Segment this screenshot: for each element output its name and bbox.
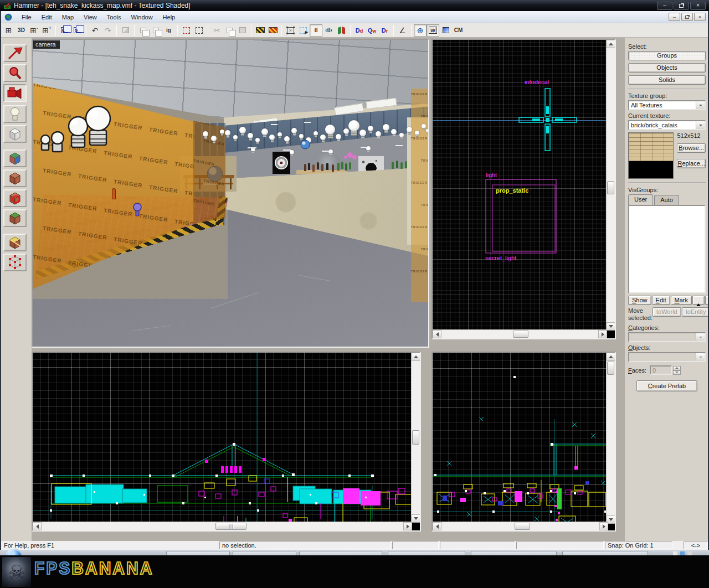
viewport-2d-front[interactable] bbox=[32, 352, 421, 532]
scrollbar-thumb[interactable] bbox=[513, 331, 528, 338]
scrollbar-thumb[interactable] bbox=[607, 181, 614, 194]
menu-map[interactable]: Map bbox=[57, 12, 79, 22]
larger-grid-button[interactable]: ⊞+ bbox=[40, 24, 53, 37]
smaller-grid-button[interactable]: ⊞- bbox=[28, 24, 40, 37]
vertical-scrollbar[interactable] bbox=[411, 353, 420, 523]
apply-decals-tool[interactable] bbox=[3, 189, 27, 207]
toggle-3d-grid-button[interactable]: 3D bbox=[15, 24, 28, 37]
cm-toggle-label[interactable]: CM bbox=[452, 24, 465, 37]
menu-edit[interactable]: Edit bbox=[37, 12, 57, 22]
paste-button[interactable] bbox=[236, 24, 249, 37]
chevron-down-icon[interactable] bbox=[696, 121, 705, 129]
undo-button[interactable]: ↶ bbox=[89, 24, 101, 37]
save-window-state-button[interactable]: S bbox=[71, 24, 84, 37]
texture-window-toggle-button[interactable]: W bbox=[427, 24, 439, 37]
menu-file[interactable]: File bbox=[17, 12, 37, 22]
menu-window[interactable]: Window bbox=[126, 12, 157, 22]
disp-dr-button[interactable]: Dr bbox=[378, 24, 391, 37]
camera-tool[interactable] bbox=[3, 84, 27, 102]
grid-canvas[interactable] bbox=[33, 353, 412, 523]
mdi-restore-button[interactable] bbox=[681, 13, 693, 21]
select-groups-button[interactable]: Groups bbox=[628, 51, 706, 60]
group-button[interactable] bbox=[137, 24, 150, 37]
mdi-minimize-button[interactable]: – bbox=[669, 13, 680, 21]
disp-qw-button[interactable]: Qw bbox=[366, 24, 378, 37]
categories-dropdown[interactable] bbox=[628, 332, 706, 342]
overlay-tool[interactable] bbox=[3, 209, 27, 227]
current-texture-dropdown[interactable]: brick/brick_calais bbox=[628, 120, 706, 130]
scrollbar-thumb[interactable] bbox=[412, 430, 419, 445]
block-tool[interactable] bbox=[3, 125, 27, 143]
grid-canvas[interactable] bbox=[433, 353, 608, 524]
vertical-scrollbar[interactable] bbox=[606, 40, 615, 331]
visgroups-list[interactable] bbox=[628, 205, 706, 293]
objects-dropdown[interactable] bbox=[628, 352, 706, 362]
menu-tools[interactable]: Tools bbox=[102, 12, 126, 22]
cut-button[interactable]: ✂ bbox=[210, 24, 223, 37]
faces-spinner[interactable] bbox=[673, 366, 681, 375]
hide-selected-button[interactable] bbox=[180, 24, 193, 37]
faces-field[interactable]: 0 bbox=[650, 365, 672, 375]
smoothing-groups-button[interactable] bbox=[439, 24, 452, 37]
move-up-button[interactable] bbox=[692, 296, 705, 305]
tab-auto[interactable]: Auto bbox=[654, 195, 679, 205]
chevron-down-icon[interactable] bbox=[696, 101, 705, 109]
flip-normals-button[interactable] bbox=[335, 24, 348, 37]
tab-user[interactable]: User bbox=[628, 194, 653, 205]
to-world-button[interactable]: toWorld bbox=[653, 307, 681, 317]
show-button[interactable]: Show bbox=[628, 296, 651, 305]
redo-button[interactable]: ↷ bbox=[101, 24, 114, 37]
textured-3d-view-button[interactable]: ⊕ bbox=[414, 24, 427, 37]
texture-size: 512x512 bbox=[677, 132, 706, 139]
ignore-groups-button[interactable]: ig bbox=[162, 24, 175, 37]
trigger-text: TRIGGER bbox=[411, 89, 428, 100]
viewport-3d-camera[interactable]: TRIGGERTRIGGERTRIGGERTRIGGERTRIGGERTRIGG… bbox=[32, 39, 429, 348]
scrollbar-thumb[interactable] bbox=[607, 362, 614, 375]
selection-tool[interactable] bbox=[3, 44, 27, 62]
to-entity-button[interactable]: toEntity bbox=[682, 307, 709, 317]
scrollbar-thumb[interactable] bbox=[215, 523, 246, 530]
viewport-2d-top[interactable]: infodecal light prop_static secret_light bbox=[431, 39, 616, 339]
load-window-state-button[interactable]: L bbox=[58, 24, 71, 37]
apply-current-texture-tool[interactable] bbox=[3, 169, 27, 187]
grid-canvas[interactable]: infodecal light prop_static secret_light bbox=[433, 40, 607, 331]
hide-unselected-button[interactable] bbox=[193, 24, 205, 37]
menu-help[interactable]: Help bbox=[158, 12, 181, 22]
magnify-tool[interactable] bbox=[3, 64, 27, 82]
texture-lock-button[interactable]: tl bbox=[310, 24, 322, 37]
edit-button[interactable]: Edit bbox=[652, 296, 670, 305]
browse-button[interactable]: Browse... bbox=[677, 143, 706, 153]
horizontal-scrollbar[interactable] bbox=[433, 329, 607, 338]
horizontal-scrollbar[interactable] bbox=[433, 522, 608, 530]
cordon-texture-button[interactable] bbox=[254, 24, 266, 37]
entity-tool[interactable] bbox=[3, 105, 27, 123]
minimize-button[interactable]: – bbox=[657, 2, 672, 10]
close-button[interactable]: × bbox=[690, 2, 706, 10]
carve-button[interactable] bbox=[119, 24, 132, 37]
viewport-2d-side[interactable] bbox=[431, 352, 616, 532]
disp-dd-button[interactable]: Dd bbox=[353, 24, 366, 37]
cordon-edit-button[interactable] bbox=[266, 24, 279, 37]
create-prefab-button[interactable]: Create Prefab bbox=[636, 380, 697, 391]
menu-view[interactable]: View bbox=[79, 12, 102, 22]
copy-button[interactable] bbox=[223, 24, 236, 37]
vertex-tool[interactable] bbox=[3, 254, 27, 271]
replace-button[interactable]: Replace... bbox=[677, 159, 706, 168]
vertical-scrollbar[interactable] bbox=[606, 353, 615, 524]
angle-snap-button[interactable]: ∠ bbox=[396, 24, 409, 37]
texture-scale-lock-button[interactable]: ‹tl› bbox=[322, 24, 335, 37]
toggle-grid-button[interactable]: ⊞ bbox=[2, 24, 15, 37]
select-solids-button[interactable]: Solids bbox=[628, 75, 706, 85]
select-handles-box-button[interactable]: × bbox=[284, 24, 297, 37]
mdi-close-button[interactable]: × bbox=[694, 13, 706, 21]
horizontal-scrollbar[interactable] bbox=[33, 522, 412, 530]
drag-select-box-button[interactable] bbox=[297, 24, 310, 37]
select-objects-button[interactable]: Objects bbox=[628, 63, 706, 73]
texture-application-tool[interactable] bbox=[3, 149, 27, 167]
clipping-tool[interactable] bbox=[3, 234, 27, 251]
scrollbar-thumb[interactable] bbox=[515, 523, 530, 530]
texture-group-dropdown[interactable]: All Textures bbox=[628, 100, 706, 110]
restore-button[interactable] bbox=[674, 2, 689, 10]
mark-button[interactable]: Mark bbox=[671, 296, 692, 305]
ungroup-button[interactable] bbox=[150, 24, 162, 37]
